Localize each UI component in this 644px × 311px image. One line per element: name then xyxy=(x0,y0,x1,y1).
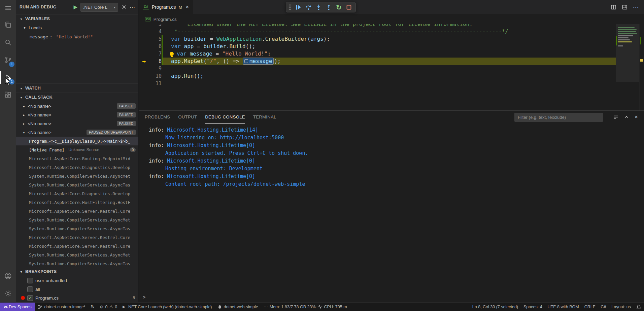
code-line-11[interactable]: 11 xyxy=(139,80,616,87)
minimap[interactable] xyxy=(616,24,639,110)
restart-button[interactable]: ↻ xyxy=(335,3,343,11)
continue-button[interactable] xyxy=(294,3,303,11)
keyboard-layout-status[interactable]: Layout: us xyxy=(609,303,634,311)
variable-message[interactable]: message:"Hello World!" xyxy=(16,32,138,41)
call-stack-frame[interactable]: Microsoft.AspNetCore.Diagnostics.Develop xyxy=(16,163,138,172)
breakpoints-list: user-unhandledall✓Program.cs8 xyxy=(16,276,138,302)
call-stack-frame[interactable]: System.Runtime.CompilerServices.AsyncMet xyxy=(16,172,138,180)
breakpoint-item[interactable]: all xyxy=(16,285,138,293)
encoding-label: UTF-8 with BOM xyxy=(548,305,579,309)
code-line-10[interactable]: 10app.Run(); xyxy=(139,72,616,80)
call-stack-thread[interactable]: ▸<No name>PAUSED xyxy=(16,102,138,110)
breakpoints-section-header[interactable]: ▾ BREAKPOINTS xyxy=(16,267,138,276)
code-line-6[interactable]: 6var app = builder.Build(); xyxy=(139,43,616,50)
step-into-button[interactable] xyxy=(314,3,323,11)
overview-ruler[interactable] xyxy=(639,24,644,110)
tab-output[interactable]: OUTPUT xyxy=(178,111,197,124)
console-line: info: Microsoft.Hosting.Lifetime[0] xyxy=(149,173,644,180)
step-out-button[interactable] xyxy=(325,3,333,11)
container-status[interactable]: dotnet-web-simple xyxy=(215,303,261,311)
code-line-5[interactable]: 5var builder = WebApplication.CreateBuil… xyxy=(139,35,616,43)
remote-indicator[interactable]: >< Dev Spaces xyxy=(0,303,35,311)
console-input[interactable]: > xyxy=(139,292,644,302)
language-status[interactable]: C# xyxy=(598,303,609,311)
breakpoint-item[interactable]: ✓Program.cs8 xyxy=(16,293,138,302)
call-stack-thread[interactable]: ▸<No name>PAUSED xyxy=(16,119,138,128)
more-actions-icon[interactable]: ⋯ xyxy=(633,4,639,11)
code-line-7[interactable]: 7var message = "Hello World!"; xyxy=(139,50,616,58)
call-stack-frame[interactable]: Microsoft.AspNetCore.Server.Kestrel.Core xyxy=(16,242,138,250)
lightbulb-icon[interactable] xyxy=(170,52,174,56)
tab-debug-console[interactable]: DEBUG CONSOLE xyxy=(205,111,245,124)
call-stack-frame[interactable]: Microsoft.AspNetCore.Routing.EndpointMid xyxy=(16,154,138,163)
problems-status[interactable]: ⊘ 0 ⚠ 0 xyxy=(97,303,120,311)
call-stack-frame[interactable]: System.Runtime.CompilerServices.AsyncTas xyxy=(16,180,138,189)
call-stack-frame[interactable]: System.Runtime.CompilerServices.AsyncTas xyxy=(16,259,138,267)
close-tab-icon[interactable]: × xyxy=(185,4,189,10)
call-stack-frame[interactable]: Microsoft.AspNetCore.HostFiltering.HostF xyxy=(16,198,138,207)
breakpoint-checkbox[interactable] xyxy=(27,278,33,283)
console-output[interactable]: info: Microsoft.Hosting.Lifetime[14]Now … xyxy=(139,124,644,292)
settings-gear-icon[interactable] xyxy=(0,285,16,302)
variables-scope-locals[interactable]: ▾ Locals xyxy=(16,23,138,32)
notifications-bell[interactable] xyxy=(634,303,644,311)
close-panel-icon[interactable]: × xyxy=(635,114,638,120)
customize-layout-icon[interactable] xyxy=(622,4,628,10)
word-wrap-icon[interactable] xyxy=(613,114,618,120)
call-stack-frame[interactable]: [Native Frame]Unknown Source0 xyxy=(16,145,138,154)
launch-config-select[interactable]: .NET Core L ▾ xyxy=(80,3,118,12)
variables-section-header[interactable]: ▾ VARIABLES xyxy=(16,14,138,23)
call-stack-frame[interactable]: System.Runtime.CompilerServices.AsyncMet xyxy=(16,250,138,259)
call-stack-thread[interactable]: ▾<No name>PAUSED ON BREAKPOINT xyxy=(16,128,138,137)
debug-launch-status[interactable]: ▶ .NET Core Launch (web) (dotnet-web-sim… xyxy=(120,303,214,311)
branch-icon xyxy=(38,304,42,310)
call-stack-frame[interactable]: System.Runtime.CompilerServices.AsyncTas xyxy=(16,224,138,233)
step-over-button[interactable] xyxy=(304,3,313,11)
gear-icon[interactable] xyxy=(121,4,127,10)
extensions-icon[interactable] xyxy=(0,86,16,104)
call-stack-frame[interactable]: Microsoft.AspNetCore.Server.Kestrel.Core xyxy=(16,233,138,242)
chevron-down-icon: ▾ xyxy=(19,17,24,21)
code-editor[interactable]: 3 * Licensed under the MIT License. See … xyxy=(139,24,644,110)
cursor-position-status[interactable]: Ln 8, Col 30 (7 selected) xyxy=(470,303,521,311)
cursor-position-label: Ln 8, Col 30 (7 selected) xyxy=(472,305,518,309)
code-line-9[interactable]: 9 xyxy=(139,65,616,72)
indentation-status[interactable]: Spaces: 4 xyxy=(521,303,545,311)
sync-status[interactable]: ↻ xyxy=(88,303,97,311)
more-actions-icon[interactable]: ⋯ xyxy=(130,4,135,10)
call-stack-frame[interactable]: Program.<>c__DisplayClass0_0.<<Main>$>b_ xyxy=(16,137,138,145)
maximize-panel-icon[interactable] xyxy=(624,114,629,120)
watch-section-header[interactable]: ▾ WATCH xyxy=(16,83,138,93)
toolbar-drag-handle[interactable] xyxy=(289,4,292,10)
account-icon[interactable] xyxy=(0,267,16,285)
call-stack-frame[interactable]: Microsoft.AspNetCore.Diagnostics.Develop xyxy=(16,189,138,198)
menu-icon[interactable] xyxy=(0,0,16,16)
code-line-8[interactable]: →8app.MapGet("/", () => message); xyxy=(139,58,616,65)
stop-button[interactable] xyxy=(345,3,353,11)
resource-status[interactable]: ⋯ Mem: 1.83/7.78 GB 23% CPU: 705 m xyxy=(261,303,350,311)
panel-header: PROBLEMS OUTPUT DEBUG CONSOLE TERMINAL × xyxy=(139,111,644,124)
encoding-status[interactable]: UTF-8 with BOM xyxy=(545,303,582,311)
breakpoint-checkbox[interactable]: ✓ xyxy=(27,295,33,301)
tab-terminal[interactable]: TERMINAL xyxy=(253,111,276,124)
eol-status[interactable]: CRLF xyxy=(582,303,598,311)
start-debug-button[interactable]: ▶ xyxy=(73,4,77,10)
call-stack-frame[interactable]: Microsoft.AspNetCore.Server.Kestrel.Core xyxy=(16,207,138,215)
tab-program-cs[interactable]: C# Program.cs M × xyxy=(139,0,193,14)
tab-problems[interactable]: PROBLEMS xyxy=(145,111,170,124)
search-icon[interactable] xyxy=(0,34,16,51)
breadcrumb[interactable]: C# Program.cs xyxy=(139,14,644,24)
call-stack-thread[interactable]: ▸<No name>PAUSED xyxy=(16,110,138,119)
console-filter-input[interactable] xyxy=(514,113,603,122)
source-control-icon[interactable]: 1 xyxy=(0,51,16,69)
breakpoint-checkbox[interactable] xyxy=(27,286,33,292)
run-and-debug-icon[interactable]: 1 xyxy=(0,69,16,86)
explorer-icon[interactable] xyxy=(0,16,16,34)
breakpoint-item[interactable]: user-unhandled xyxy=(16,276,138,285)
git-branch-status[interactable]: dotnet-custom-image* xyxy=(35,303,88,311)
call-stack-frame[interactable]: System.Runtime.CompilerServices.AsyncMet xyxy=(16,215,138,224)
code-line-3[interactable]: 3 * Licensed under the MIT License. See … xyxy=(139,24,616,28)
split-editor-icon[interactable] xyxy=(611,4,616,10)
code-line-4[interactable]: 4 *-------------------------------------… xyxy=(139,28,616,35)
call-stack-section-header[interactable]: ▾ CALL STACK xyxy=(16,93,138,102)
